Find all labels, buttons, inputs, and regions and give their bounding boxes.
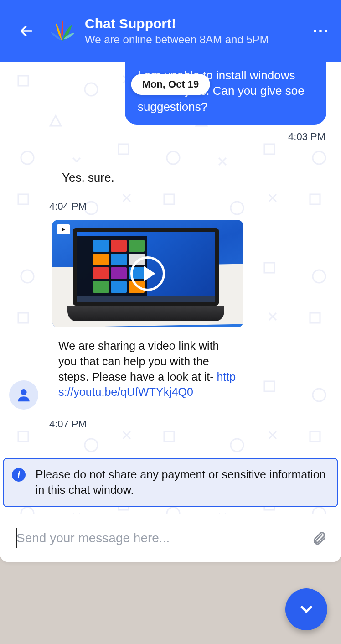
banner-text: Please do not share any payment or sensi…: [36, 468, 326, 496]
attach-button[interactable]: [310, 529, 328, 547]
info-icon: i: [12, 468, 26, 482]
agent-avatar: [9, 380, 38, 410]
chat-window: Chat Support! We are online between 8AM …: [0, 0, 341, 562]
header-titles: Chat Support! We are online between 8AM …: [85, 16, 314, 46]
minimize-chat-button[interactable]: [285, 588, 327, 630]
messages-area[interactable]: Mon, Oct 19 I am unable to install windo…: [0, 62, 341, 514]
brand-logo: [47, 16, 77, 46]
youtube-badge-icon: [57, 224, 70, 234]
message-timestamp: 4:03 PM: [125, 131, 326, 143]
text-cursor: [16, 528, 17, 548]
incoming-message: Yes, sure. 4:04 PM: [49, 162, 241, 213]
message-text: We are sharing a video link with you tha…: [58, 339, 219, 383]
back-button[interactable]: [18, 23, 35, 39]
arrow-left-icon: [19, 23, 34, 39]
message-input[interactable]: [16, 531, 310, 545]
play-icon: [130, 256, 165, 291]
date-separator: Mon, Oct 19: [131, 74, 210, 95]
video-card-text: We are sharing a video link with you tha…: [49, 330, 245, 410]
person-icon: [15, 386, 32, 404]
incoming-message: We are sharing a video link with you tha…: [49, 217, 250, 430]
more-options-button[interactable]: [314, 30, 327, 32]
message-timestamp: 4:07 PM: [49, 418, 250, 430]
svg-point-6: [21, 389, 26, 395]
video-thumbnail[interactable]: [52, 220, 243, 327]
warning-banner: i Please do not share any payment or sen…: [3, 458, 338, 507]
chat-header: Chat Support! We are online between 8AM …: [0, 0, 341, 62]
message-bubble: Yes, sure.: [49, 162, 127, 192]
chat-subtitle: We are online between 8AM and 5PM: [85, 33, 314, 46]
dot-icon: [319, 30, 322, 32]
sprinklr-logo-icon: [47, 16, 77, 46]
video-link-card[interactable]: We are sharing a video link with you tha…: [49, 217, 245, 410]
dot-icon: [325, 30, 327, 32]
paperclip-icon: [311, 530, 327, 546]
chat-title: Chat Support!: [85, 16, 314, 31]
dot-icon: [314, 30, 316, 32]
chevron-down-icon: [297, 600, 315, 618]
message-timestamp: 4:04 PM: [49, 201, 241, 213]
message-composer: [0, 514, 341, 562]
